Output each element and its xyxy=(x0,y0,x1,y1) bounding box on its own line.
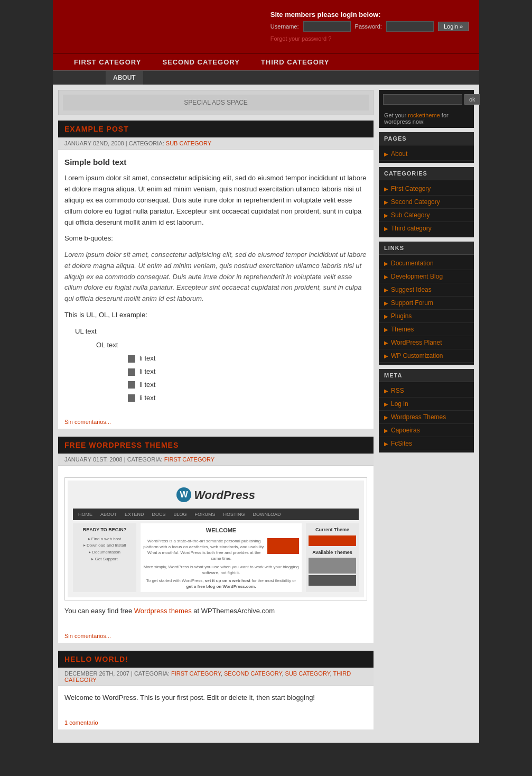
main-content: SPECIAL ADS SPACE EXAMPLE POST JANUARY 0… xyxy=(58,90,374,737)
sidebar-link-4[interactable]: ▶ Plugins xyxy=(379,310,474,322)
post-comments-link-hw[interactable]: 1 comentario xyxy=(64,719,98,726)
arrow-icon: ▶ xyxy=(384,186,388,192)
nav-item-first-category[interactable]: FIRST CATEGORY xyxy=(63,54,152,70)
nav-item-second-category[interactable]: SECOND CATEGORY xyxy=(152,54,250,70)
sidebar-pages-title: PAGES xyxy=(379,132,474,145)
sidebar-page-about[interactable]: ▶ About xyxy=(379,147,474,160)
sidebar-link-6[interactable]: ▶ WordPress Planet xyxy=(379,336,474,349)
sidebar-meta-2[interactable]: ▶ Wordpress Themes xyxy=(379,411,474,423)
sidebar-meta-content: ▶ RSS ▶ Log in ▶ xyxy=(379,382,474,452)
post-header-wp: FREE WORDPRESS THEMES xyxy=(58,437,374,454)
wp-logo-icon: W xyxy=(176,487,191,502)
sidebar-search-input[interactable] xyxy=(383,94,462,105)
li-text-3: li text xyxy=(139,393,155,404)
about-link[interactable]: ABOUT xyxy=(106,71,143,85)
rockettheme-link[interactable]: rockettheme xyxy=(408,112,440,118)
arrow-icon: ▶ xyxy=(384,199,388,205)
wp-nav-docs: DOCS xyxy=(152,511,166,518)
sidebar-meta-4[interactable]: ▶ FcSites xyxy=(379,437,474,450)
sidebar-cat-1[interactable]: ▶ Second Category xyxy=(379,196,474,208)
post-cat-wp[interactable]: FIRST CATEGORY xyxy=(164,456,214,463)
hw-cat-2[interactable]: SUB CATEGORY xyxy=(285,670,330,677)
list-item: ▶ WordPress Planet xyxy=(379,336,474,349)
post-title-wp: FREE WORDPRESS THEMES xyxy=(64,441,367,449)
sidebar-meta-3[interactable]: ▶ Capoeiras xyxy=(379,424,474,437)
nav-item-third-category[interactable]: THIRD CATEGORY xyxy=(250,54,340,70)
list-item: ▶ Wordpress Themes xyxy=(379,411,474,424)
sidebar-link-3[interactable]: ▶ Support Forum xyxy=(379,297,474,309)
post-comments-link-wp[interactable]: Sin comentarios... xyxy=(64,633,111,639)
login-button[interactable]: Login » xyxy=(438,22,469,31)
list-item: ▶ WP Customization xyxy=(379,349,474,363)
sidebar: ok Get your rockettheme for wordpress no… xyxy=(379,90,474,737)
header: Site members please login below: Usernam… xyxy=(53,0,479,53)
sidebar-link-5[interactable]: ▶ Themes xyxy=(379,323,474,336)
sidebar-link-7[interactable]: ▶ WP Customization xyxy=(379,349,474,362)
sidebar-rockettheme: Get your rockettheme for wordpress now! xyxy=(379,109,474,128)
about-bar: ABOUT xyxy=(53,70,479,85)
li-text-2: li text xyxy=(139,380,155,391)
wp-screenshot: W WordPress HOME ABOUT EXTEND DOCS BLOG … xyxy=(64,477,367,601)
post-blockquote: Lorem ipsum dolor sit amet, consectetur … xyxy=(64,250,367,304)
sidebar-links-title: LINKS xyxy=(379,242,474,255)
sidebar-meta-1[interactable]: ▶ Log in xyxy=(379,398,474,410)
list-item: ▶ Third category xyxy=(379,222,474,235)
arrow-icon: ▶ xyxy=(384,340,388,346)
post-content-wp: W WordPress HOME ABOUT EXTEND DOCS BLOG … xyxy=(58,466,374,629)
password-input[interactable] xyxy=(386,21,434,32)
post-ol: OL text li text li text xyxy=(96,340,367,404)
post-list-intro: This is UL, OL, LI example: xyxy=(64,310,367,321)
wp-text-before: You can easy find free xyxy=(64,607,132,615)
arrow-icon: ▶ xyxy=(384,226,388,232)
sidebar-link-2[interactable]: ▶ Suggest Ideas xyxy=(379,283,474,296)
arrow-icon: ▶ xyxy=(384,414,388,420)
li-icon xyxy=(128,394,135,402)
hw-cat-1[interactable]: SECOND CATEGORY xyxy=(224,670,282,677)
sidebar-categories-content: ▶ First Category ▶ Second Category xyxy=(379,180,474,237)
list-item: ▶ Plugins xyxy=(379,310,474,323)
list-item: ▶ Suggest Ideas xyxy=(379,283,474,297)
post-meta-example: JANUARY 02ND, 2008 | CATEGORIA: SUB CATE… xyxy=(58,137,374,150)
post-meta-wp: JANUARY 01ST, 2008 | CATEGORIA: FIRST CA… xyxy=(58,454,374,466)
post-meta-hw: DECEMBER 26TH, 2007 | CATEGORIA: FIRST C… xyxy=(58,668,374,686)
post-comments-link-example[interactable]: Sin comentarios... xyxy=(64,419,111,425)
wp-sidebar-left: READY TO BEGIN? ▸ Find a web host ▸ Down… xyxy=(73,523,136,592)
hw-cat-0[interactable]: FIRST CATEGORY xyxy=(171,670,221,677)
arrow-icon: ▶ xyxy=(384,388,388,394)
sidebar-search-button[interactable]: ok xyxy=(464,94,480,105)
post-content-hw: Welcome to WordPress. This is your first… xyxy=(58,686,374,715)
sidebar-link-0[interactable]: ▶ Documentation xyxy=(379,257,474,270)
main-nav: FIRST CATEGORY SECOND CATEGORY THIRD CAT… xyxy=(53,53,479,70)
li-icon xyxy=(128,355,135,363)
post-cat-label-hw: CATEGORIA: xyxy=(134,670,170,677)
post-categoria-example[interactable]: SUB CATEGORY xyxy=(166,140,211,146)
sidebar-link-1[interactable]: ▶ Development Blog xyxy=(379,270,474,283)
rockettheme-text: Get your xyxy=(384,112,408,118)
list-item: li text xyxy=(128,366,367,377)
sidebar-meta-0[interactable]: ▶ RSS xyxy=(379,384,474,397)
sidebar-page-about-label: About xyxy=(391,150,407,158)
list-item: li text xyxy=(128,380,367,391)
post-example: EXAMPLE POST JANUARY 02ND, 2008 | CATEGO… xyxy=(58,121,374,429)
sidebar-cat-2[interactable]: ▶ Sub Category xyxy=(379,209,474,221)
post-date-hw: DECEMBER 26TH, 2007 xyxy=(64,670,129,677)
wp-nav-bar: HOME ABOUT EXTEND DOCS BLOG FORUMS HOSTI… xyxy=(73,509,359,520)
post-content-heading: Simple bold text xyxy=(64,156,367,169)
wp-nav-forums: FORUMS xyxy=(195,511,216,518)
arrow-icon: ▶ xyxy=(384,327,388,332)
sidebar-cat-3[interactable]: ▶ Third category xyxy=(379,222,474,235)
forgot-password-link[interactable]: Forgot your password ? xyxy=(270,35,332,42)
wp-logo-text: WordPress xyxy=(194,486,255,504)
sidebar-cat-0[interactable]: ▶ First Category xyxy=(379,182,474,195)
wp-themes-link[interactable]: Wordpress themes xyxy=(134,607,192,615)
arrow-icon: ▶ xyxy=(384,353,388,359)
post-categoria-label-example: CATEGORIA: xyxy=(129,140,164,146)
arrow-icon: ▶ xyxy=(384,401,388,407)
post-header-example: EXAMPLE POST xyxy=(58,121,374,137)
post-footer-example: Sin comentarios... xyxy=(58,414,374,429)
content-wrapper: SPECIAL ADS SPACE EXAMPLE POST JANUARY 0… xyxy=(53,85,479,743)
username-input[interactable] xyxy=(303,21,351,32)
li-text-0: li text xyxy=(139,353,155,364)
list-item: li text xyxy=(128,353,367,364)
post-hello-world: HELLO WORLD! DECEMBER 26TH, 2007 | CATEG… xyxy=(58,651,374,729)
